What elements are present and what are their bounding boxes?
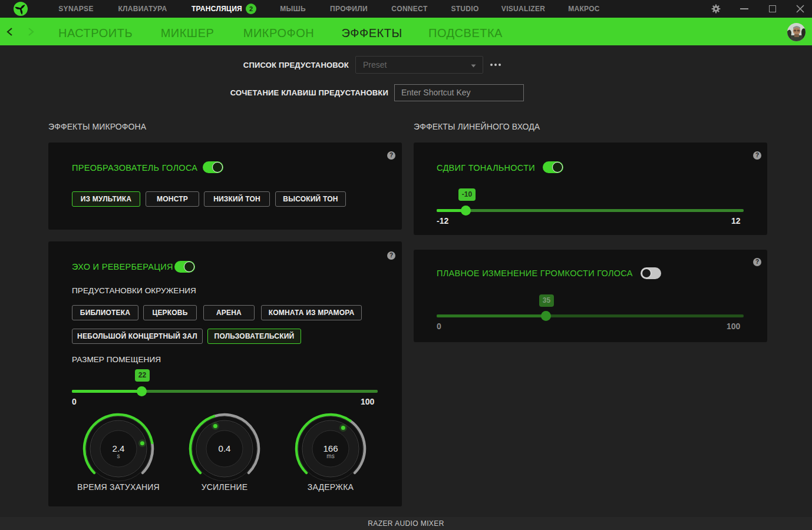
svg-text:ms: ms (326, 453, 334, 459)
svg-text:2.4: 2.4 (113, 443, 125, 453)
svg-text:0.4: 0.4 (219, 443, 231, 453)
svg-text:s: s (117, 453, 120, 459)
svg-text:166: 166 (323, 443, 338, 453)
